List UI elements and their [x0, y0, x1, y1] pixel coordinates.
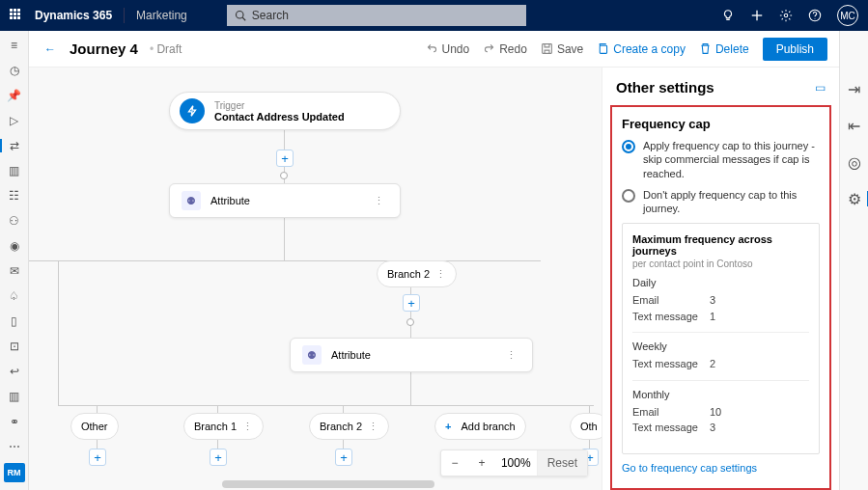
junction-node: [406, 318, 414, 326]
frequency-settings-link[interactable]: Go to frequency cap settings: [622, 462, 757, 474]
connector: [58, 260, 59, 405]
user-avatar[interactable]: MC: [837, 5, 858, 26]
radio-unchecked-icon: [622, 189, 635, 203]
rail-chat-icon[interactable]: ⊡: [5, 338, 24, 355]
radio-skip-label: Don't apply frequency cap to this journe…: [643, 188, 820, 216]
copy-label: Create a copy: [613, 42, 686, 56]
app-tag[interactable]: RM: [4, 463, 25, 482]
other-pill[interactable]: Other: [70, 413, 119, 440]
svg-line-1: [242, 17, 245, 20]
journey-canvas[interactable]: Trigger Contact Address Updated + ⚉ Attr…: [29, 68, 602, 490]
other-pill-cut[interactable]: Oth: [570, 413, 602, 440]
freq-row: Text message3: [632, 420, 809, 436]
back-button[interactable]: ←: [41, 40, 60, 59]
rail-recent-icon[interactable]: ◷: [5, 62, 24, 79]
freq-row: Email10: [632, 404, 809, 421]
zoom-out-button[interactable]: −: [441, 456, 468, 470]
svg-point-0: [236, 12, 243, 19]
radio-apply-cap[interactable]: Apply frequency cap to this journey - sk…: [622, 139, 820, 180]
publish-button[interactable]: Publish: [763, 38, 827, 61]
app-label: Marketing: [136, 9, 187, 22]
radio-skip-cap[interactable]: Don't apply frequency cap to this journe…: [622, 188, 820, 216]
rail-phone-icon[interactable]: ▯: [5, 313, 24, 330]
zoom-in-button[interactable]: +: [468, 456, 495, 470]
trigger-value: Contact Address Updated: [214, 111, 345, 122]
rail-return-icon[interactable]: ↩: [5, 363, 24, 380]
node-more-icon[interactable]: ⋮: [435, 268, 446, 281]
add-step-button[interactable]: +: [335, 449, 352, 466]
search-placeholder: Search: [252, 9, 289, 22]
global-search[interactable]: Search: [227, 5, 526, 26]
delete-button[interactable]: Delete: [699, 42, 749, 56]
radio-checked-icon: [622, 140, 635, 153]
zoom-reset-button[interactable]: Reset: [537, 450, 587, 476]
rail-expand-icon[interactable]: ⇥: [845, 79, 864, 98]
rail-more-icon[interactable]: ⋯: [5, 438, 24, 455]
rail-chart-icon[interactable]: ▥: [5, 162, 24, 179]
attribute-icon: ⚉: [302, 345, 322, 365]
undo-button[interactable]: Undo: [426, 42, 470, 56]
attribute-icon: ⚉: [182, 191, 201, 210]
copy-button[interactable]: Create a copy: [597, 42, 686, 56]
branch-label: Branch 2: [320, 421, 362, 432]
freq-row: Text message1: [632, 309, 809, 325]
redo-label: Redo: [499, 42, 527, 56]
other-label-cut: Oth: [580, 421, 598, 432]
add-step-button[interactable]: +: [210, 449, 227, 466]
branch-pill[interactable]: Branch 2⋮: [309, 413, 389, 440]
rail-segment-icon[interactable]: ☷: [5, 187, 24, 204]
panel-title: Other settings: [616, 79, 714, 95]
divider: [124, 8, 125, 23]
add-step-button[interactable]: +: [89, 449, 106, 466]
rail-settings-icon[interactable]: ⚙: [845, 189, 864, 208]
app-launcher-icon[interactable]: [10, 9, 23, 22]
save-button[interactable]: Save: [541, 42, 583, 56]
trigger-icon: [180, 98, 205, 123]
period-monthly: Monthly: [632, 389, 809, 400]
add-branch-button[interactable]: Add branch: [434, 413, 526, 440]
add-icon[interactable]: [750, 9, 764, 22]
add-step-button[interactable]: +: [276, 150, 294, 167]
rail-target-icon[interactable]: ◎: [845, 152, 864, 172]
rail-library-icon[interactable]: ▥: [5, 388, 24, 405]
rail-pin-icon[interactable]: 📌: [5, 87, 24, 104]
rail-mail-icon[interactable]: ✉: [5, 262, 24, 280]
add-step-button[interactable]: +: [403, 294, 420, 312]
rail-globe-icon[interactable]: ◉: [5, 237, 24, 255]
settings-panel: Other settings ▭ Frequency cap Apply fre…: [602, 68, 839, 490]
max-subheading: per contact point in Contoso: [632, 259, 809, 269]
left-rail: ≡ ◷ 📌 ▷ ⇄ ▥ ☷ ⚇ ◉ ✉ ♤ ▯ ⊡ ↩ ▥ ⚭ ⋯ RM: [0, 31, 29, 490]
zoom-value: 100%: [495, 456, 537, 470]
node-more-icon[interactable]: ⋮: [368, 421, 378, 433]
rail-journey-icon[interactable]: ⇄: [5, 137, 24, 154]
save-label: Save: [557, 42, 583, 56]
gear-icon[interactable]: [779, 9, 793, 22]
rail-link-icon[interactable]: ⚭: [5, 413, 24, 430]
branch-pill[interactable]: Branch 2 ⋮: [377, 260, 457, 287]
connector: [29, 260, 541, 261]
rail-contact-icon[interactable]: ⚇: [5, 212, 24, 230]
node-more-icon[interactable]: ⋮: [242, 421, 253, 433]
attribute-label: Attribute: [331, 349, 371, 361]
page-header: ← Journey 4 Draft Undo Redo Save Create …: [29, 31, 839, 68]
rail-play-icon[interactable]: ▷: [5, 112, 24, 129]
node-more-icon[interactable]: ⋮: [370, 195, 388, 207]
horizontal-scrollbar[interactable]: [222, 480, 434, 488]
rail-bell-icon[interactable]: ♤: [5, 287, 24, 305]
delete-label: Delete: [715, 42, 749, 56]
redo-button[interactable]: Redo: [483, 42, 527, 56]
rail-menu-icon[interactable]: ≡: [5, 37, 24, 54]
lightbulb-icon[interactable]: [721, 9, 735, 22]
other-label: Other: [81, 421, 108, 432]
dock-icon[interactable]: ▭: [815, 81, 826, 95]
attribute-node[interactable]: ⚉ Attribute ⋮: [169, 183, 401, 218]
help-icon[interactable]: [808, 9, 822, 22]
attribute-node[interactable]: ⚉ Attribute ⋮: [290, 338, 533, 372]
branch-pill[interactable]: Branch 1⋮: [183, 413, 264, 440]
trigger-node[interactable]: Trigger Contact Address Updated: [169, 92, 401, 130]
main-area: Trigger Contact Address Updated + ⚉ Attr…: [29, 68, 839, 490]
trigger-label: Trigger: [214, 100, 345, 111]
node-more-icon[interactable]: ⋮: [502, 349, 520, 362]
period-daily: Daily: [632, 277, 809, 288]
rail-collapse-icon[interactable]: ⇤: [845, 116, 864, 135]
